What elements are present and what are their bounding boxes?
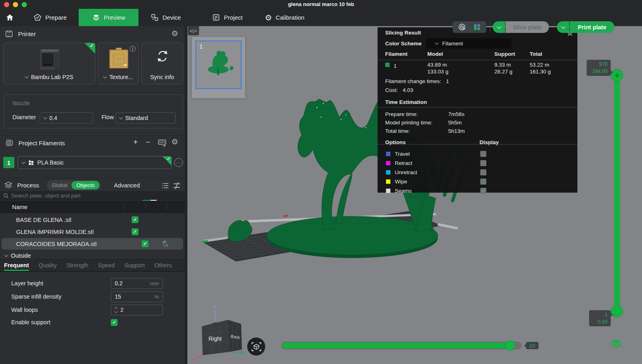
plate-thumbnail-card[interactable]: 1 [192,37,245,98]
object-row-selected[interactable]: CORACOIDES MEJORADA.stl ✓ [2,238,183,250]
tab-project[interactable]: Project [212,9,243,26]
diameter-select[interactable]: 0.4 [40,112,93,124]
scope-objects[interactable]: Objects [71,181,100,189]
total-time-label: Total time: [385,128,448,134]
search-icon [3,193,9,199]
travel-display-checkbox[interactable] [480,151,486,157]
tab-others[interactable]: Others [154,260,172,271]
plate-select[interactable]: Texture... [98,74,138,80]
object-visible-checkbox[interactable]: ✓ [132,228,138,235]
tab-device[interactable]: Device [150,9,181,26]
home-button[interactable] [0,9,19,26]
tab-calibration[interactable]: ⚙ Calibration [265,9,305,26]
plate-arrange-icon[interactable] [473,23,481,31]
tab-quality[interactable]: Quality [39,260,57,271]
sync-info-card[interactable]: Sync info [141,43,183,84]
layers-mode-icon[interactable] [611,339,622,349]
calibration-icon: ⚙ [265,14,272,22]
print-dropdown-button[interactable] [557,21,569,33]
tab-strength[interactable]: Strength [66,260,88,271]
wall-loops-stepper[interactable] [115,307,117,313]
col-filament: Filament [385,51,427,57]
wall-loops-input[interactable] [120,307,159,313]
cube-axis-x-label: x [193,357,195,363]
remove-filament-button[interactable]: − [146,138,150,147]
filament-select[interactable]: PLA Basic ✓ [18,156,172,169]
filaments-section-title: Project Filaments [18,140,65,146]
col-total: Total [530,51,577,57]
divider [378,144,577,144]
step-slider-handle[interactable] [505,340,515,351]
enable-support-checkbox[interactable]: ✓ [111,319,118,326]
column-separator [167,204,167,210]
divider [0,135,185,136]
tab-support[interactable]: Support [124,260,145,271]
layer-slider[interactable] [614,75,620,312]
slice-plate-button[interactable]: Slice plate [506,21,549,33]
plate-number: 1 [199,43,203,50]
filament-settings-gear-icon[interactable]: ⚙ [171,138,178,146]
info-icon[interactable]: i [130,46,136,52]
chevron-down-icon [497,24,501,28]
infill-field[interactable]: % [111,291,163,302]
object-visible-checkbox[interactable]: ✓ [132,216,138,223]
search-bar[interactable] [0,191,185,200]
plate-card[interactable]: i Texture... [98,43,139,84]
step-slider[interactable] [281,342,522,350]
scope-global[interactable]: Global [48,182,71,188]
travel-color-swatch [386,152,390,156]
col-model: Model [427,51,494,57]
tab-speed[interactable]: Speed [98,260,115,271]
filament-name: PLA Basic [37,159,64,166]
panel-title: Slicing Result [385,30,421,36]
object-row[interactable]: BASE DE GLENA .stl ✓ [0,214,185,226]
list-view-icon[interactable] [161,181,170,190]
slice-dropdown-button[interactable] [493,21,505,33]
bottom-layer-number: 1 [591,311,607,318]
search-input[interactable] [11,193,181,199]
printer-icon [5,30,13,38]
flow-select[interactable]: Standard [116,112,176,124]
layer-height-field[interactable]: mm [111,278,163,289]
time-estimation-title: Time Estimation [378,96,577,108]
total-time-row: Total time: 5h13m [378,127,577,135]
tab-frequent[interactable]: Frequent [4,260,29,271]
option-row-retract: Retract [378,159,577,168]
view-all-plates-button[interactable] [247,338,265,356]
wall-loops-field[interactable] [111,305,163,315]
tab-preview[interactable]: Preview [79,9,138,26]
ams-sync-icon[interactable] [158,139,167,147]
color-scheme-select[interactable]: Filament [426,38,512,49]
seams-display-checkbox[interactable]: ✓ [480,188,486,194]
unretract-display-checkbox[interactable] [480,169,486,175]
plate-thumbnail-selected[interactable]: 1 [195,41,242,89]
printer-image [39,48,60,71]
filament-coil-icon [5,138,14,147]
retract-display-checkbox[interactable] [480,160,486,166]
printer-card[interactable]: ✓ Bambu Lab P2S [3,43,95,84]
layer-slider-top-tooltip: 970 194.00 [587,60,611,76]
printer-settings-gear-icon[interactable]: ⚙ [171,30,178,37]
object-visible-checkbox[interactable]: ✓ [142,240,148,247]
sync-info-label: Sync info [142,74,183,80]
print-plate-button[interactable]: Print plate [570,21,614,33]
object-name: BASE DE GLENA .stl [16,217,132,223]
paint-support-icon[interactable] [161,240,169,248]
add-filament-button[interactable]: + [133,138,138,147]
sidebar-collapse-button[interactable]: <|> [188,26,199,35]
tab-prepare[interactable]: Prepare [33,9,67,26]
wipe-display-checkbox[interactable] [480,179,486,185]
layer-height-input[interactable] [115,280,150,287]
infill-input[interactable] [115,293,154,300]
tab-prepare-label: Prepare [45,14,67,21]
filament-more-button[interactable]: ··· [174,158,183,167]
object-row[interactable]: GLENA IMPRIMIR MOLDE.stl ✓ [0,226,185,238]
printer-select[interactable]: Bambu Lab P2S [4,74,95,80]
total-time-value: 5h13m [448,128,465,134]
top-layer-number: 970 [589,61,607,68]
process-scope-toggle[interactable]: Global Objects [47,180,101,190]
nav-divider [490,22,490,32]
assembly-view-icon[interactable] [458,23,466,31]
orientation-cube[interactable]: Right Back z x y [193,304,250,363]
tune-params-icon[interactable] [173,181,181,190]
